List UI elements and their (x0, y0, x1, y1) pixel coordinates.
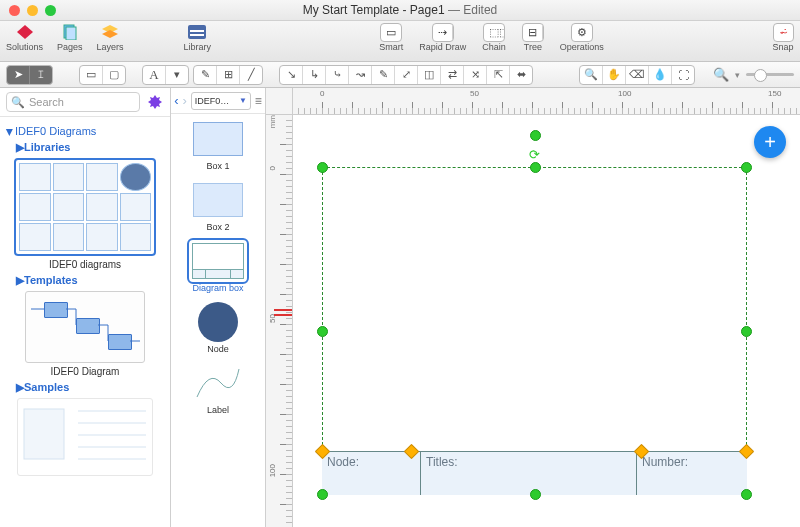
layers-icon (99, 23, 121, 41)
shape-tools[interactable]: ▭ ▢ (79, 65, 126, 85)
zoom-control[interactable]: 🔍 ▾ (713, 67, 794, 82)
resize-handle[interactable] (530, 130, 541, 141)
solutions-tree[interactable]: ▶IDEF0 Diagrams ▶Libraries IDEF0 diagram… (0, 117, 170, 484)
pages-icon (59, 23, 81, 41)
search-input[interactable]: 🔍 Search (6, 92, 140, 112)
lib-item-node[interactable]: Node (171, 303, 265, 354)
rounded-rect-icon[interactable]: ▢ (103, 66, 125, 84)
search-icon: 🔍 (11, 96, 25, 109)
rapid-draw-button[interactable]: ⇢▾ Rapid Draw (419, 23, 466, 52)
draw-tools[interactable]: ✎ ⊞ ╱ (193, 65, 263, 85)
svg-rect-7 (190, 34, 204, 36)
tree-libraries[interactable]: ▶Libraries (16, 141, 164, 154)
lib-item-box2[interactable]: Box 2 (171, 181, 265, 232)
table-icon[interactable]: ⊞ (217, 66, 240, 84)
chain-button[interactable]: ⬚⬚ Chain (482, 23, 506, 52)
add-button[interactable]: + (754, 126, 786, 158)
rapid-draw-icon: ⇢▾ (432, 23, 454, 41)
lib-item-diagram-box[interactable]: Diagram box (171, 242, 265, 293)
svg-rect-2 (66, 27, 76, 40)
text-icon[interactable]: A (143, 66, 166, 84)
window-title: My Start Template - Page1 — Edited (0, 3, 800, 17)
dropdown-icon[interactable]: ▾ (166, 66, 188, 84)
lib-menu-icon[interactable]: ≡ (255, 94, 262, 108)
library-button[interactable]: Library (184, 23, 212, 52)
zoom-slider[interactable] (746, 73, 794, 76)
footer-node-label[interactable]: Node: (322, 452, 421, 495)
diagram-box-shape[interactable]: ⟳ Node: Titles: Number: (322, 167, 747, 495)
resize-handle[interactable] (530, 162, 541, 173)
close-window-button[interactable] (9, 5, 20, 16)
library-thumb-idef0[interactable]: IDEF0 diagrams (14, 158, 156, 270)
ruler-corner (266, 88, 293, 115)
lib-fwd-icon[interactable]: › (182, 93, 186, 108)
tree-templates[interactable]: ▶Templates (16, 274, 164, 287)
footer-titles-label[interactable]: Titles: (421, 452, 637, 495)
canvas[interactable]: ⟳ Node: Titles: Number: (292, 114, 800, 527)
connector-1-icon[interactable]: ↘ (280, 66, 303, 84)
resize-handle[interactable] (317, 489, 328, 500)
lib-back-icon[interactable]: ‹ (174, 93, 178, 108)
sample-thumb[interactable] (14, 398, 156, 476)
connector-tools[interactable]: ↘↳⤷↝✎⤢◫⇄⤨⇱⬌ (279, 65, 533, 85)
resize-handle[interactable] (317, 162, 328, 173)
tree-samples[interactable]: ▶Samples (16, 381, 164, 394)
snap-icon: ⩫ (772, 23, 794, 41)
canvas-area[interactable]: mm 0 50 100 150 0 50 100 ⟳ Node: (266, 88, 800, 527)
resize-handle[interactable] (317, 326, 328, 337)
footer-number-label[interactable]: Number: (637, 452, 747, 495)
operations-button[interactable]: ⚙▾ Operations (560, 23, 604, 52)
pages-button[interactable]: Pages (57, 23, 83, 52)
tree-icon: ⊟▾ (522, 23, 544, 41)
minimize-window-button[interactable] (27, 5, 38, 16)
library-icon (186, 23, 208, 41)
svg-marker-4 (102, 30, 118, 38)
pointer-tool-icon[interactable]: ➤ (7, 66, 30, 84)
tool-ribbon: ➤ 𝙸 ▭ ▢ A ▾ ✎ ⊞ ╱ ↘↳⤷↝✎⤢◫⇄⤨⇱⬌ 🔍 ✋ ⌫ 💧 ⛶ (0, 62, 800, 88)
snap-button[interactable]: ⩫ Snap (772, 23, 794, 52)
resize-handle[interactable] (530, 489, 541, 500)
pointer-tools[interactable]: ➤ 𝙸 (6, 65, 53, 85)
solutions-button[interactable]: Solutions (6, 23, 43, 52)
library-selector[interactable]: IDEF0…▼ (191, 92, 251, 110)
crop-icon[interactable]: ⛶ (672, 66, 694, 84)
plus-icon: + (764, 131, 776, 154)
rect-icon[interactable]: ▭ (80, 66, 103, 84)
text-cursor-icon[interactable]: 𝙸 (30, 66, 52, 84)
chain-icon: ⬚⬚ (483, 23, 505, 41)
lib-item-label[interactable]: Label (171, 364, 265, 415)
rotate-handle-icon[interactable]: ⟳ (529, 147, 540, 162)
tree-button[interactable]: ⊟▾ Tree (522, 23, 544, 52)
zoom-tool-icon[interactable]: 🔍 (580, 66, 603, 84)
library-panel: ‹ › IDEF0…▼ ≡ Box 1 Box 2 Diagram box (171, 88, 266, 527)
gear-icon: ⚙▾ (571, 23, 593, 41)
svg-rect-8 (24, 409, 64, 459)
smart-button[interactable]: ▭▾ Smart (379, 23, 403, 52)
window-controls (0, 5, 56, 16)
resize-handle[interactable] (741, 326, 752, 337)
text-tools[interactable]: A ▾ (142, 65, 189, 85)
svg-marker-0 (17, 25, 33, 39)
search-placeholder: Search (29, 96, 64, 108)
template-thumb-idef0[interactable]: IDEF0 Diagram (14, 291, 156, 377)
zoom-window-button[interactable] (45, 5, 56, 16)
lib-item-box1[interactable]: Box 1 (171, 120, 265, 171)
view-tools[interactable]: 🔍 ✋ ⌫ 💧 ⛶ (579, 65, 695, 85)
titlebar: My Start Template - Page1 — Edited (0, 0, 800, 21)
resize-handle[interactable] (741, 489, 752, 500)
eyedropper-icon[interactable]: 💧 (649, 66, 672, 84)
line-icon[interactable]: ╱ (240, 66, 262, 84)
resize-handle[interactable] (741, 162, 752, 173)
eraser-icon[interactable]: ⌫ (626, 66, 649, 84)
zoom-out-icon[interactable]: 🔍 (713, 67, 729, 82)
layers-button[interactable]: Layers (97, 23, 124, 52)
solutions-icon (14, 23, 36, 41)
svg-rect-6 (190, 30, 204, 32)
hand-tool-icon[interactable]: ✋ (603, 66, 626, 84)
main-toolbar: Solutions Pages Layers Library ▭▾ Smart (0, 21, 800, 62)
ruler-vertical[interactable]: 0 50 100 (266, 114, 293, 527)
panel-settings-icon[interactable] (146, 93, 164, 111)
pencil-icon[interactable]: ✎ (194, 66, 217, 84)
ruler-horizontal[interactable]: 0 50 100 150 (292, 88, 800, 115)
tree-root[interactable]: ▶IDEF0 Diagrams (6, 125, 164, 137)
